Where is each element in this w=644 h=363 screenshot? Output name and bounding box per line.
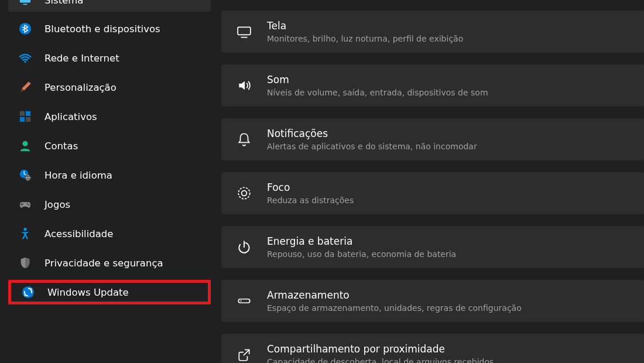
accessibility-icon — [18, 226, 33, 241]
monitor-icon — [18, 0, 33, 8]
svg-rect-0 — [20, 0, 30, 3]
card-sharing[interactable]: Compartilhamento por proximidade Capacid… — [221, 334, 644, 363]
sidebar-item-accounts[interactable]: Contas — [8, 133, 211, 158]
gamepad-icon — [18, 197, 33, 212]
svg-point-8 — [22, 141, 28, 146]
svg-point-13 — [23, 228, 26, 231]
svg-point-17 — [242, 191, 247, 196]
wifi-icon — [18, 50, 33, 66]
sidebar-item-bluetooth[interactable]: Bluetooth e dispositivos — [8, 16, 211, 41]
sidebar-item-label: Contas — [44, 141, 78, 152]
sidebar-item-label: Bluetooth e dispositivos — [44, 23, 160, 35]
card-subtitle: Níveis de volume, saída, entrada, dispos… — [267, 87, 488, 98]
sidebar-item-privacy[interactable]: Privacidade e segurança — [8, 251, 211, 275]
svg-point-20 — [241, 300, 242, 302]
sidebar-item-system[interactable]: Sistema — [8, 0, 211, 12]
focus-icon — [235, 184, 253, 202]
sidebar-item-label: Aplicativos — [44, 111, 97, 122]
power-icon — [235, 238, 253, 256]
svg-rect-7 — [26, 117, 30, 122]
paintbrush-icon — [18, 80, 33, 95]
sidebar-item-label: Personalização — [44, 82, 117, 93]
svg-rect-4 — [20, 111, 25, 116]
update-icon — [20, 285, 36, 300]
storage-icon — [235, 292, 253, 310]
sidebar-item-personalization[interactable]: Personalização — [8, 75, 211, 100]
card-power[interactable]: Energia e bateria Repouso, uso da bateri… — [221, 226, 644, 268]
sidebar-item-label: Sistema — [44, 0, 83, 6]
card-title: Armazenamento — [267, 289, 522, 302]
card-title: Energia e bateria — [267, 235, 456, 248]
person-icon — [18, 138, 33, 153]
card-subtitle: Monitores, brilho, luz noturna, perfil d… — [267, 33, 463, 44]
apps-icon — [18, 109, 33, 124]
bluetooth-icon — [18, 21, 33, 36]
svg-rect-1 — [23, 4, 27, 5]
card-display[interactable]: Tela Monitores, brilho, luz noturna, per… — [221, 11, 644, 53]
shield-icon — [18, 255, 33, 270]
svg-point-16 — [238, 187, 250, 199]
card-title: Foco — [267, 181, 354, 194]
sidebar-item-network[interactable]: Rede e Internet — [8, 46, 211, 70]
sidebar-item-label: Windows Update — [47, 287, 129, 298]
svg-rect-15 — [238, 27, 251, 35]
time-language-icon — [18, 167, 33, 183]
display-icon — [235, 23, 253, 40]
card-storage[interactable]: Armazenamento Espaço de armazenamento, u… — [221, 280, 644, 322]
card-subtitle: Espaço de armazenamento, unidades, regra… — [267, 303, 522, 313]
card-title: Tela — [267, 19, 463, 32]
card-subtitle: Capacidade de descoberta, local de arqui… — [267, 357, 494, 363]
sound-icon — [235, 77, 253, 94]
svg-point-3 — [24, 61, 26, 63]
svg-point-12 — [28, 204, 30, 206]
card-title: Compartilhamento por proximidade — [267, 343, 494, 355]
sidebar-item-label: Rede e Internet — [44, 53, 119, 64]
card-focus[interactable]: Foco Reduza as distrações — [221, 172, 644, 214]
main-content: Tela Monitores, brilho, luz noturna, per… — [217, 0, 644, 363]
sidebar-item-label: Privacidade e segurança — [44, 258, 163, 269]
sidebar-item-gaming[interactable]: Jogos — [8, 192, 211, 217]
card-title: Som — [267, 73, 488, 86]
sidebar-item-label: Hora e idioma — [44, 170, 112, 181]
svg-rect-5 — [26, 111, 30, 116]
sidebar-item-label: Acessibilidade — [44, 228, 113, 239]
card-subtitle: Repouso, uso da bateria, economia de bat… — [267, 249, 456, 259]
card-sound[interactable]: Som Níveis de volume, saída, entrada, di… — [221, 64, 644, 107]
sidebar-item-windows-update[interactable]: Windows Update — [8, 280, 211, 304]
sidebar: Sistema Bluetooth e dispositivos Rede e … — [0, 0, 217, 363]
sidebar-item-label: Jogos — [44, 199, 70, 210]
sidebar-item-apps[interactable]: Aplicativos — [8, 104, 211, 129]
svg-rect-6 — [20, 117, 25, 122]
card-title: Notificações — [267, 127, 477, 140]
card-subtitle: Reduza as distrações — [267, 195, 354, 206]
card-notifications[interactable]: Notificações Alertas de aplicativos e do… — [221, 118, 644, 160]
sidebar-item-accessibility[interactable]: Acessibilidade — [8, 221, 211, 246]
sidebar-item-time-language[interactable]: Hora e idioma — [8, 163, 211, 187]
bell-icon — [235, 131, 253, 148]
svg-point-11 — [26, 203, 28, 205]
share-icon — [235, 346, 253, 363]
card-subtitle: Alertas de aplicativos e do sistema, não… — [267, 141, 477, 152]
svg-rect-19 — [238, 299, 250, 303]
